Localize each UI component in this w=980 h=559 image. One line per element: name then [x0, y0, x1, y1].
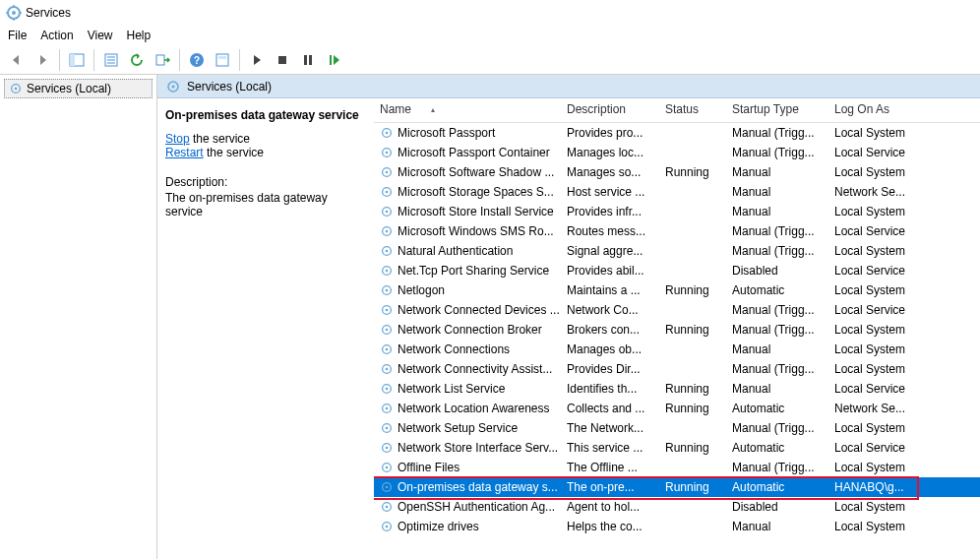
- refresh-button[interactable]: [126, 49, 148, 71]
- service-row[interactable]: Offline FilesThe Offline ...Manual (Trig…: [374, 458, 980, 477]
- svg-point-34: [386, 211, 389, 214]
- service-row[interactable]: Network Connection BrokerBrokers con...R…: [374, 320, 980, 340]
- service-startup-type: Manual (Trigg...: [726, 243, 828, 259]
- service-row[interactable]: Microsoft Store Install ServiceProvides …: [374, 202, 980, 221]
- service-row[interactable]: Microsoft Windows SMS Ro...Routes mess..…: [374, 221, 980, 241]
- service-row[interactable]: Network List ServiceIdentifies th...Runn…: [374, 379, 980, 399]
- service-name: Microsoft Store Install Service: [398, 205, 554, 218]
- gear-icon: [380, 146, 394, 159]
- service-logon: Local System: [828, 282, 923, 298]
- service-row[interactable]: NetlogonMaintains a ...RunningAutomaticL…: [374, 280, 980, 300]
- service-row[interactable]: Natural AuthenticationSignal aggre...Man…: [374, 241, 980, 261]
- column-name[interactable]: Name▴: [374, 98, 561, 122]
- gear-icon: [380, 382, 394, 396]
- service-logon: Local System: [828, 164, 923, 180]
- service-logon: Local System: [828, 125, 923, 141]
- service-description: Network Co...: [561, 302, 659, 318]
- service-status: [659, 368, 726, 370]
- svg-point-32: [386, 191, 389, 194]
- column-description[interactable]: Description: [561, 98, 659, 122]
- service-row[interactable]: Optimize drivesHelps the co...ManualLoca…: [374, 517, 980, 536]
- svg-point-22: [15, 88, 18, 91]
- service-logon: Network Se...: [828, 401, 923, 416]
- menu-file[interactable]: File: [8, 29, 27, 42]
- service-description: Collects and ...: [561, 401, 659, 416]
- gear-icon: [380, 520, 394, 533]
- gear-icon: [380, 165, 394, 179]
- stop-button[interactable]: [272, 49, 293, 71]
- stop-service-link[interactable]: Stop: [165, 132, 190, 146]
- service-startup-type: Manual: [726, 204, 828, 219]
- show-hide-tree-button[interactable]: [66, 49, 88, 71]
- service-description: Agent to hol...: [561, 499, 659, 515]
- help-button[interactable]: ?: [186, 49, 208, 71]
- service-description: Helps the co...: [561, 519, 659, 534]
- service-row[interactable]: On-premises data gateway s...The on-pre.…: [374, 477, 980, 497]
- service-name: Network Connected Devices ...: [398, 303, 560, 317]
- service-name: Network Store Interface Serv...: [398, 441, 558, 455]
- service-status: [659, 506, 726, 508]
- service-row[interactable]: Network Store Interface Serv...This serv…: [374, 438, 980, 458]
- service-description: The Offline ...: [561, 460, 659, 475]
- service-logon: HANABQ\g...: [828, 479, 923, 495]
- forward-button[interactable]: [31, 49, 53, 71]
- service-status: [659, 427, 726, 429]
- tree-item-label: Services (Local): [27, 82, 111, 95]
- service-description: This service ...: [561, 440, 659, 456]
- service-row[interactable]: Network ConnectionsManages ob...ManualLo…: [374, 340, 980, 359]
- service-description: Signal aggre...: [561, 243, 659, 259]
- svg-point-66: [386, 526, 389, 528]
- service-startup-type: Manual: [726, 342, 828, 357]
- service-logon: Local System: [828, 204, 923, 219]
- column-status[interactable]: Status: [659, 98, 726, 122]
- service-row[interactable]: Net.Tcp Port Sharing ServiceProvides abi…: [374, 261, 980, 280]
- service-row[interactable]: OpenSSH Authentication Ag...Agent to hol…: [374, 497, 980, 517]
- gear-icon: [380, 323, 394, 337]
- content-header-label: Services (Local): [187, 80, 272, 93]
- service-startup-type: Manual: [726, 184, 828, 200]
- service-status: Running: [659, 164, 726, 180]
- column-log-on-as[interactable]: Log On As: [828, 98, 923, 122]
- svg-point-48: [386, 348, 389, 351]
- action-button[interactable]: [212, 49, 233, 71]
- service-row[interactable]: Network Setup ServiceThe Network...Manua…: [374, 418, 980, 438]
- service-status: Running: [659, 479, 726, 495]
- restart-service-link[interactable]: Restart: [165, 146, 204, 159]
- gear-icon: [9, 82, 23, 95]
- menu-view[interactable]: View: [88, 29, 113, 42]
- service-startup-type: Manual: [726, 519, 828, 534]
- menu-help[interactable]: Help: [127, 29, 152, 42]
- gear-icon: [380, 244, 394, 258]
- service-logon: Local Service: [828, 381, 923, 397]
- properties-button[interactable]: [100, 49, 122, 71]
- service-row[interactable]: Network Connected Devices ...Network Co.…: [374, 300, 980, 320]
- svg-point-56: [386, 427, 389, 430]
- pause-button[interactable]: [297, 49, 319, 71]
- service-row[interactable]: Microsoft Storage Spaces S...Host servic…: [374, 182, 980, 202]
- service-logon: Local System: [828, 460, 923, 475]
- service-row[interactable]: Microsoft Passport ContainerManages loc.…: [374, 143, 980, 162]
- menu-action[interactable]: Action: [40, 29, 73, 42]
- service-logon: Local System: [828, 322, 923, 338]
- restart-button[interactable]: [323, 49, 344, 71]
- back-button[interactable]: [6, 49, 28, 71]
- svg-point-40: [386, 270, 389, 273]
- svg-rect-7: [70, 54, 75, 66]
- service-row[interactable]: Network Location AwarenessCollects and .…: [374, 399, 980, 418]
- service-row[interactable]: Network Connectivity Assist...Provides D…: [374, 359, 980, 379]
- service-row[interactable]: Microsoft Software Shadow ...Manages so.…: [374, 162, 980, 182]
- toolbar: ?: [0, 45, 980, 75]
- gear-icon: [380, 362, 394, 376]
- start-button[interactable]: [246, 49, 268, 71]
- tree-item-services-local[interactable]: Services (Local): [4, 79, 153, 98]
- services-app-icon: [6, 5, 22, 21]
- service-description: Provides Dir...: [561, 361, 659, 377]
- export-button[interactable]: [152, 49, 173, 71]
- gear-icon: [380, 402, 394, 415]
- service-status: Running: [659, 322, 726, 338]
- svg-rect-18: [304, 55, 307, 65]
- service-status: [659, 348, 726, 350]
- column-startup-type[interactable]: Startup Type: [726, 98, 828, 122]
- gear-icon: [380, 441, 394, 455]
- service-row[interactable]: Microsoft PassportProvides pro...Manual …: [374, 123, 980, 143]
